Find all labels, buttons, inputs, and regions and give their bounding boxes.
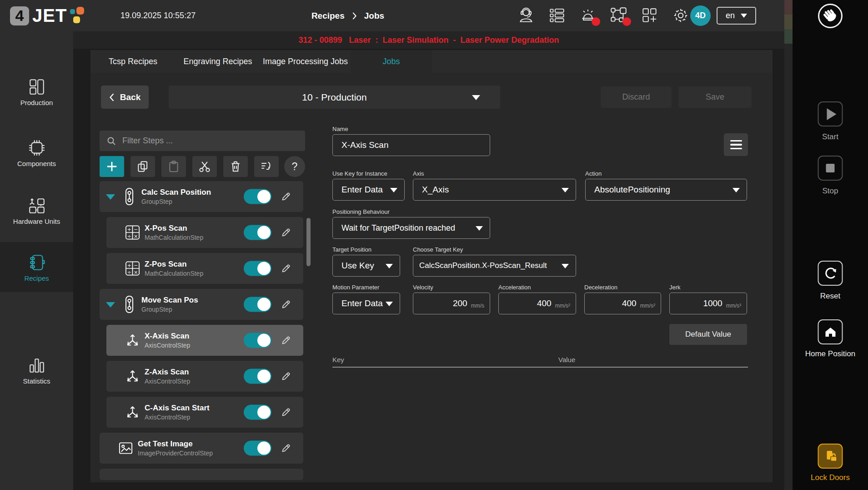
search-icon [106, 136, 117, 146]
step-enabled-toggle[interactable] [244, 297, 271, 312]
scissors-icon [198, 160, 211, 173]
user-avatar[interactable]: 4D [690, 5, 711, 26]
edit-step-icon[interactable] [280, 442, 292, 455]
field-use-key-for-instance: Use Key for Instance Enter Data [332, 170, 405, 201]
sidebar-item-production[interactable]: Production [0, 71, 73, 119]
lock-doors-button[interactable] [818, 444, 843, 469]
step-enabled-toggle[interactable] [244, 369, 271, 384]
step-name: Z-Axis Scan [145, 368, 190, 377]
svg-text:÷: ÷ [127, 269, 131, 275]
breadcrumb-parent[interactable]: Recipes [311, 11, 345, 21]
sidebar-item-label: Components [17, 160, 56, 167]
chevron-down-icon [733, 188, 740, 192]
edit-step-icon[interactable] [280, 406, 292, 419]
back-button[interactable]: Back [101, 86, 149, 109]
paste-step-button[interactable] [161, 156, 186, 177]
step-row[interactable]: Z-Axis Scan AxisControlStep [106, 361, 303, 392]
step-row[interactable]: Move Scan Pos GroupStep [100, 289, 303, 320]
step-enabled-toggle[interactable] [244, 333, 271, 348]
language-select[interactable]: en [717, 7, 756, 25]
tab-image-processing-jobs[interactable]: Image Processing Jobs [260, 50, 351, 73]
import-steps-button[interactable] [254, 156, 279, 177]
machine-control-panel: Start Stop Reset Home Position Lock Door… [793, 0, 868, 490]
alarm-message: 312 - 00899 Laser : Laser Simulation - L… [298, 35, 559, 45]
edit-step-icon[interactable] [280, 262, 292, 275]
step-row[interactable]: +−÷× X-Pos Scan MathCalculationStep [106, 217, 303, 248]
svg-text:−: − [134, 263, 138, 268]
jerk-input[interactable]: 1000 mm/s³ [669, 293, 747, 314]
recipe-select[interactable]: 10 - Production [169, 86, 500, 109]
stop-button[interactable] [818, 156, 843, 181]
step-enabled-toggle[interactable] [244, 261, 271, 276]
use-key-for-instance-select[interactable]: Enter Data [332, 179, 405, 201]
name-input[interactable]: X-Axis Scan [332, 134, 490, 156]
lock-doors-label: Lock Doors [793, 473, 868, 482]
step-list-scrollbar[interactable] [306, 218, 311, 266]
alarm-icon[interactable] [578, 6, 597, 25]
breadcrumb: Recipes Jobs [291, 0, 405, 31]
deceleration-input[interactable]: 400 mm/s² [584, 293, 661, 314]
4jet-logo: 4 JET [10, 5, 85, 26]
velocity-input[interactable]: 200 mm/s [413, 293, 490, 314]
field-axis: Axis X_Axis [413, 170, 576, 201]
step-row[interactable]: X-Axis Scan AxisControlStep [106, 325, 303, 356]
step-menu-button[interactable] [724, 133, 748, 156]
acceleration-input[interactable]: 400 mm/s² [498, 293, 576, 314]
hand-safety-icon[interactable] [818, 4, 843, 28]
step-row[interactable]: Get Test Image ImageProviderControlStep [100, 433, 303, 464]
sidebar-item-components[interactable]: Components [0, 132, 73, 180]
step-row[interactable]: C-Axis Scan Start AxisControlStep [106, 397, 303, 428]
positioning-behaviour-select[interactable]: Wait for TargetPosition reached [332, 217, 490, 239]
field-acceleration: Acceleration 400 mm/s² [498, 284, 576, 314]
list-icon[interactable] [547, 6, 567, 25]
step-type-label: AxisControlStep [145, 342, 190, 349]
sidebar-item-recipes[interactable]: Recipes [0, 242, 73, 292]
edit-step-icon[interactable] [280, 226, 292, 239]
operator-icon[interactable] [517, 6, 536, 25]
action-select[interactable]: AbsolutePositioning [585, 179, 747, 201]
edit-step-icon[interactable] [280, 298, 292, 311]
logo-4-tile: 4 [10, 6, 29, 25]
sidebar: Production Components Hardware Units Rec… [0, 31, 73, 490]
delete-step-button[interactable] [223, 156, 248, 177]
step-enabled-toggle[interactable] [244, 225, 271, 240]
motion-parameter-select[interactable]: Enter Data [332, 293, 400, 314]
step-type-label: ImageProviderControlStep [138, 450, 213, 457]
sidebar-item-hardware-units[interactable]: Hardware Units [0, 190, 73, 238]
edit-step-icon[interactable] [280, 334, 292, 347]
axis-select[interactable]: X_Axis [413, 179, 576, 201]
edit-step-icon[interactable] [280, 190, 292, 203]
add-step-button[interactable] [100, 156, 124, 177]
tab-tcsp-recipes[interactable]: Tcsp Recipes [90, 50, 176, 73]
settings-gear-icon[interactable] [671, 6, 690, 25]
step-enabled-toggle[interactable] [244, 189, 271, 204]
home-position-button[interactable] [818, 319, 843, 344]
group-step-icon [122, 187, 137, 206]
chevron-down-icon [390, 188, 397, 192]
sidebar-item-statistics[interactable]: Statistics [0, 350, 73, 398]
choose-target-key-select[interactable]: CalcScanPosition.X-PosScan_Result [413, 255, 576, 277]
add-widget-icon[interactable] [640, 6, 659, 25]
step-enabled-toggle[interactable] [244, 405, 271, 420]
target-position-select[interactable]: Use Key [332, 255, 400, 277]
step-row[interactable]: Calc Scan Position GroupStep [100, 181, 303, 212]
field-motion-parameter: Motion Parameter Enter Data [332, 284, 400, 314]
step-enabled-toggle[interactable] [244, 441, 271, 456]
collapse-chevron-icon[interactable] [106, 194, 115, 200]
workflow-icon[interactable] [609, 6, 628, 25]
cut-step-button[interactable] [192, 156, 217, 177]
start-button[interactable] [818, 101, 843, 126]
tab-jobs[interactable]: Jobs [351, 50, 432, 73]
filter-steps-input[interactable]: Filter Steps ... [100, 131, 305, 151]
step-row[interactable]: +−÷× Z-Pos Scan MathCalculationStep [106, 253, 303, 284]
copy-step-button[interactable] [130, 156, 155, 177]
collapse-chevron-icon[interactable] [106, 302, 115, 308]
save-button[interactable]: Save [678, 86, 752, 108]
edit-step-icon[interactable] [280, 370, 292, 383]
help-button[interactable]: ? [284, 156, 305, 177]
discard-button[interactable]: Discard [601, 86, 672, 108]
tab-engraving-recipes[interactable]: Engraving Recipes [176, 50, 260, 73]
reset-button[interactable] [818, 261, 843, 286]
top-icon-menu [517, 6, 690, 25]
default-value-button[interactable]: Default Value [669, 324, 747, 345]
